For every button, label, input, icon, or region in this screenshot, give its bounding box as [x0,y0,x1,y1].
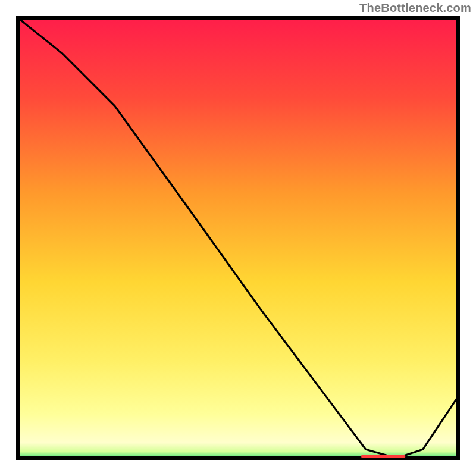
bottleneck-chart [0,0,476,476]
attribution-text: TheBottleneck.com [359,1,471,15]
plot-background [18,18,458,458]
optimal-marker [361,455,405,458]
